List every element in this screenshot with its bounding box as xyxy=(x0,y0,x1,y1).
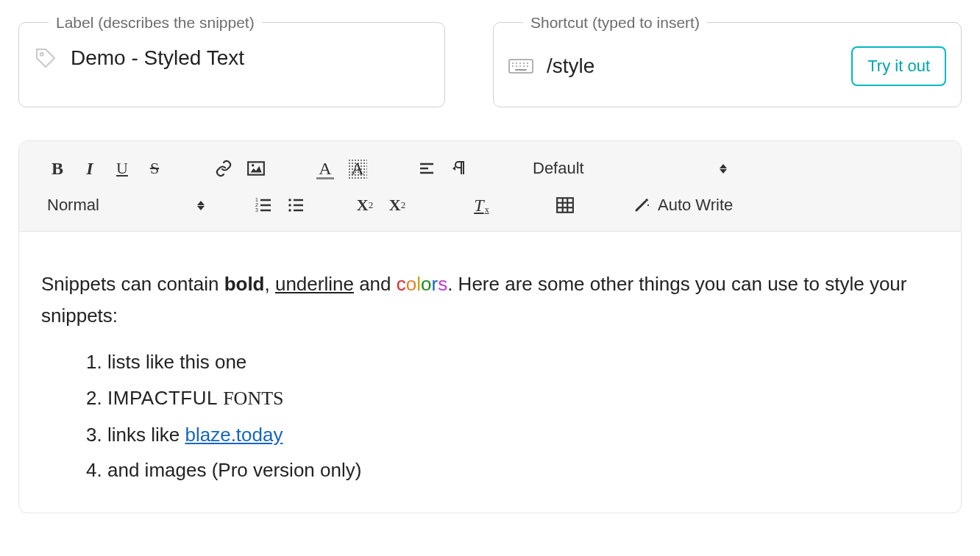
bold-button[interactable]: B xyxy=(41,154,74,183)
label-input[interactable] xyxy=(71,46,430,70)
list-item: lists like this one xyxy=(107,346,939,378)
link-button[interactable] xyxy=(207,154,240,183)
editor-card: B I U S A A xyxy=(18,140,962,513)
list-item: links like blaze.today xyxy=(107,419,939,451)
svg-text:1: 1 xyxy=(255,197,258,202)
block-format-select[interactable]: Normal xyxy=(41,196,210,215)
table-icon xyxy=(555,196,575,215)
shortcut-fieldset: Shortcut (typed to insert) Try it out xyxy=(493,22,962,107)
content-paragraph: Snippets can contain bold, underline and… xyxy=(41,268,939,332)
svg-point-28 xyxy=(288,209,291,212)
auto-write-button[interactable]: Auto Write xyxy=(633,196,733,215)
keyboard-icon xyxy=(508,57,533,75)
svg-rect-32 xyxy=(557,198,573,213)
tag-icon xyxy=(34,46,57,70)
shortcut-input[interactable] xyxy=(547,54,838,78)
clear-formatting-button[interactable]: Tx xyxy=(465,190,497,220)
superscript-button[interactable]: X2 xyxy=(381,190,413,220)
svg-marker-14 xyxy=(250,166,261,173)
svg-marker-19 xyxy=(452,166,455,171)
block-format-value: Normal xyxy=(47,196,99,215)
svg-point-0 xyxy=(40,53,43,56)
font-select-value: Default xyxy=(533,159,584,178)
underline-button[interactable]: U xyxy=(106,154,138,183)
chevron-updown-icon xyxy=(720,164,727,174)
table-button[interactable] xyxy=(549,190,581,220)
bullet-list-icon xyxy=(287,196,305,214)
list-item: and images (Pro version only) xyxy=(107,455,939,486)
label-legend: Label (describes the snippet) xyxy=(49,14,262,32)
image-button[interactable] xyxy=(240,154,272,183)
svg-point-15 xyxy=(252,164,254,166)
ordered-list-icon: 1 2 3 xyxy=(255,196,272,214)
magic-wand-icon xyxy=(633,196,650,214)
label-fieldset: Label (describes the snippet) xyxy=(18,22,445,107)
content-list: lists like this one IMPACTFUL FONTS link… xyxy=(41,346,939,487)
svg-line-37 xyxy=(636,202,645,210)
chevron-updown-icon xyxy=(197,201,205,210)
auto-write-label: Auto Write xyxy=(658,196,733,215)
direction-button[interactable] xyxy=(443,154,475,183)
align-button[interactable] xyxy=(411,154,443,183)
shortcut-legend: Shortcut (typed to insert) xyxy=(523,14,707,32)
ordered-list-button[interactable]: 1 2 3 xyxy=(247,190,280,220)
image-icon xyxy=(246,159,266,178)
svg-point-26 xyxy=(288,199,291,202)
bullet-list-button[interactable] xyxy=(280,190,312,220)
italic-button[interactable]: I xyxy=(74,154,106,183)
align-left-icon xyxy=(418,160,436,177)
font-select[interactable]: Default xyxy=(527,159,733,178)
subscript-button[interactable]: X2 xyxy=(349,190,381,220)
strikethrough-button[interactable]: S xyxy=(138,154,171,183)
svg-text:2: 2 xyxy=(255,202,258,207)
editor-toolbar: B I U S A A xyxy=(19,141,961,232)
content-link[interactable]: blaze.today xyxy=(185,424,283,446)
link-icon xyxy=(215,160,232,177)
svg-rect-13 xyxy=(248,162,264,174)
editor-content-area[interactable]: Snippets can contain bold, underline and… xyxy=(19,232,961,513)
try-it-out-button[interactable]: Try it out xyxy=(851,46,946,86)
highlight-color-button[interactable]: A xyxy=(341,154,374,183)
svg-text:3: 3 xyxy=(255,207,258,213)
text-color-button[interactable]: A xyxy=(309,154,341,183)
list-item: IMPACTFUL FONTS xyxy=(107,382,939,415)
svg-point-27 xyxy=(288,204,291,207)
ltr-icon xyxy=(450,160,468,177)
